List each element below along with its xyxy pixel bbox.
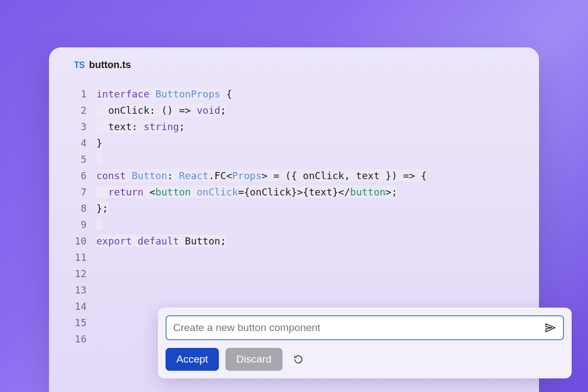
file-name: button.ts [89, 59, 131, 71]
discard-button[interactable]: Discard [225, 348, 282, 371]
line-number: 5 [68, 151, 87, 168]
line-number: 1 [68, 86, 87, 102]
code-line: }; [96, 200, 539, 217]
line-gutter: 1 2 3 4 5 6 7 8 9 10 11 12 13 14 15 16 [68, 86, 96, 347]
line-number: 12 [68, 266, 87, 282]
accept-button[interactable]: Accept [166, 348, 219, 371]
line-number: 15 [68, 315, 87, 331]
ai-prompt-panel: Accept Discard [158, 308, 572, 378]
file-tab[interactable]: TS button.ts [49, 59, 539, 71]
code-line: text: string; [96, 119, 539, 135]
code-line: onClick: () => void; [96, 102, 539, 119]
code-line: const Button: React.FC<Props> = ({ onCli… [96, 168, 539, 184]
code-line [96, 217, 539, 233]
code-line [96, 151, 539, 168]
line-number: 11 [68, 249, 87, 266]
editor-window: TS button.ts 1 2 3 4 5 6 7 8 9 10 11 12 … [49, 47, 539, 392]
code-line: } [96, 135, 539, 151]
line-number: 9 [68, 217, 87, 233]
line-number: 7 [68, 184, 87, 200]
line-number: 3 [68, 119, 87, 135]
line-number: 14 [68, 298, 87, 315]
line-number: 13 [68, 282, 87, 298]
button-row: Accept Discard [166, 348, 564, 371]
line-number: 16 [68, 331, 87, 347]
code-line: export default Button; [96, 233, 539, 249]
code-line: return <button onClick={onClick}>{text}<… [96, 184, 539, 200]
retry-icon[interactable] [291, 352, 305, 366]
line-number: 4 [68, 135, 87, 151]
prompt-input[interactable] [173, 322, 544, 334]
line-number: 6 [68, 168, 87, 184]
line-number: 8 [68, 200, 87, 217]
line-number: 2 [68, 102, 87, 119]
typescript-icon: TS [74, 60, 84, 70]
code-line: interface ButtonProps { [96, 86, 539, 102]
line-number: 10 [68, 233, 87, 249]
send-icon[interactable] [544, 322, 556, 334]
prompt-input-container[interactable] [166, 315, 564, 340]
